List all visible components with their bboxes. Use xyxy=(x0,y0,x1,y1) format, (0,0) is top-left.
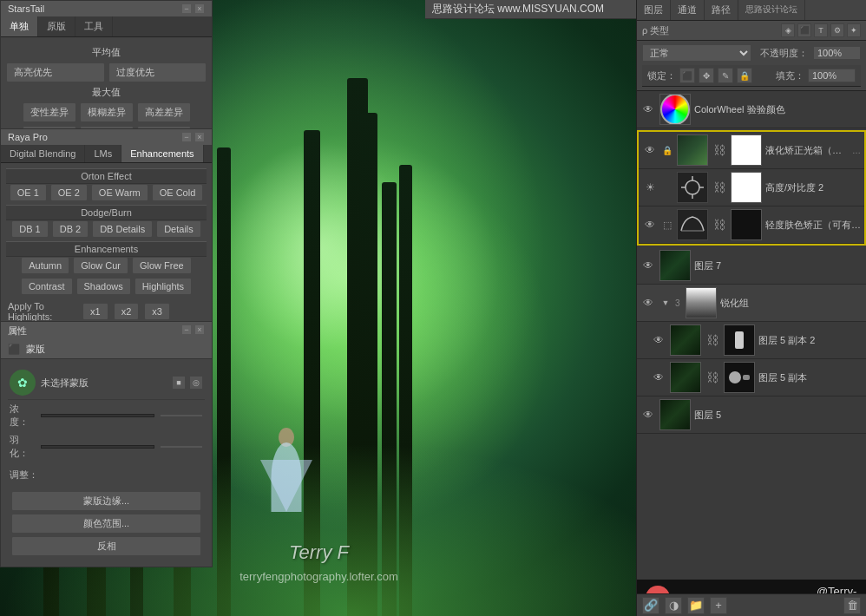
oe2-btn[interactable]: OE 2 xyxy=(50,184,88,201)
rayapro-minimize-btn[interactable]: − xyxy=(181,132,192,142)
tab-channels[interactable]: 通道 xyxy=(671,0,705,20)
oe-cold-btn[interactable]: OE Cold xyxy=(152,184,204,201)
eye-icon-5copy[interactable]: 👁 xyxy=(651,370,666,385)
tab-single[interactable]: 单独 xyxy=(1,16,38,36)
tab-lms[interactable]: LMs xyxy=(85,145,121,162)
filter-btn-3[interactable]: T xyxy=(814,23,828,37)
eye-icon-colorwheel[interactable]: 👁 xyxy=(640,102,656,117)
prop-controls: − × xyxy=(181,324,205,337)
new-layer-btn[interactable]: + xyxy=(710,597,727,614)
filter-btn-4[interactable]: ⚙ xyxy=(830,23,844,37)
max-buttons-row1: 变性差异 模糊差异 高差差异 xyxy=(6,102,207,122)
eye-icon-sharpen[interactable]: 👁 xyxy=(640,295,656,311)
opacity-input[interactable] xyxy=(813,46,861,60)
filter-btn-2[interactable]: ⬛ xyxy=(797,23,811,37)
highlights-btn[interactable]: Highlights xyxy=(134,278,192,295)
gender-diff-btn[interactable]: 变性差异 xyxy=(23,102,76,122)
lock-all-btn[interactable]: 🔒 xyxy=(737,68,752,83)
layer-item-5copy[interactable]: 👁 ⛓ 图层 5 副本 xyxy=(637,359,866,396)
fill-input[interactable] xyxy=(808,69,856,82)
layers-header: 正常 不透明度： 锁定： ⬛ ✥ ✎ 🔒 填充： xyxy=(637,41,866,91)
color-range-btn[interactable]: 颜色范围... xyxy=(11,514,201,534)
tab-design[interactable]: 思路设计论坛 xyxy=(738,0,805,20)
link-btn[interactable]: 🔗 xyxy=(642,597,659,614)
invert-btn[interactable]: 反相 xyxy=(11,536,201,556)
new-group-btn[interactable]: 📁 xyxy=(687,597,705,614)
layer-item-5copy2[interactable]: 👁 ⛓ 图层 5 副本 2 xyxy=(637,322,866,359)
ah-x2-btn[interactable]: x2 xyxy=(114,303,140,320)
blur-diff-btn[interactable]: 模糊差异 xyxy=(80,102,134,122)
lock-icon-liquid: 🔒 xyxy=(661,144,673,156)
layer-item-brightness[interactable]: ☀ ⛓ 高度/对比度 2 xyxy=(639,169,864,206)
blend-mode-select[interactable]: 正常 xyxy=(642,44,751,62)
shadows-btn[interactable]: Shadows xyxy=(76,278,131,295)
tab-digital-blending[interactable]: Digital Blending xyxy=(1,145,85,162)
5copy-thumbnail xyxy=(670,362,701,393)
feather-slider[interactable] xyxy=(41,445,154,449)
tab-layers[interactable]: 图层 xyxy=(637,0,671,20)
eye-icon-5copy2[interactable]: 👁 xyxy=(651,332,666,348)
tab-enhancements[interactable]: Enhancements xyxy=(121,145,203,162)
layers-tabs: 图层 通道 路径 思路设计论坛 xyxy=(637,0,866,21)
dodge-burn-label: Dodge/Burn xyxy=(6,205,207,220)
contrast-btn[interactable]: Contrast xyxy=(21,278,73,295)
oe-warm-btn[interactable]: OE Warm xyxy=(91,184,148,201)
filter-btn-5[interactable]: ✦ xyxy=(847,23,861,37)
density-slider[interactable] xyxy=(41,414,154,417)
minimize-btn[interactable]: − xyxy=(181,3,192,14)
tab-tools[interactable]: 工具 xyxy=(75,16,113,36)
oe1-btn[interactable]: OE 1 xyxy=(10,184,47,201)
layer-item-5[interactable]: 👁 图层 5 xyxy=(637,396,866,434)
eye-icon-skin[interactable]: 👁 xyxy=(642,217,658,233)
layer5-name: 图层 5 xyxy=(694,409,863,422)
chain-icon-liquid: ⛓ xyxy=(712,143,727,157)
layer-item-7[interactable]: 👁 图层 7 xyxy=(637,247,866,285)
autumn-btn[interactable]: Autumn xyxy=(21,257,69,274)
eye-icon-liquid[interactable]: 👁 xyxy=(642,142,658,158)
ah-x3-btn[interactable]: x3 xyxy=(144,303,170,320)
eye-icon-5[interactable]: 👁 xyxy=(640,407,656,423)
prop-icon-2[interactable]: ◎ xyxy=(189,376,203,390)
prop-minimize-btn[interactable]: − xyxy=(181,324,192,335)
glow-free-btn[interactable]: Glow Free xyxy=(132,257,192,274)
mask-edge-btn[interactable]: 蒙版边缘... xyxy=(11,491,201,511)
layer-item-colorwheel[interactable]: 👁 ColorWheel 验验颜色 xyxy=(637,91,866,128)
filter-btn-1[interactable]: ◈ xyxy=(781,23,795,37)
collapse-icon-sharpen[interactable]: ▼ xyxy=(659,297,672,309)
layer-item-skin[interactable]: 👁 ⬚ ⛓ 轻度肤色矫正（可有可无） xyxy=(639,206,864,244)
eye-icon-7[interactable]: 👁 xyxy=(640,258,656,273)
layer-item-liquid[interactable]: 👁 🔒 ⛓ 液化矫正光箱（怎么加强... … xyxy=(639,132,864,169)
chain-icon-5copy: ⛓ xyxy=(705,370,720,384)
lock-paint-btn[interactable]: ✎ xyxy=(718,68,733,83)
details-btn[interactable]: Details xyxy=(156,220,201,238)
db2-btn[interactable]: DB 2 xyxy=(52,220,89,238)
prop-close-btn[interactable]: × xyxy=(194,324,205,335)
delete-btn[interactable]: 🗑 xyxy=(843,597,861,614)
density-value[interactable] xyxy=(160,414,203,417)
layer-item-sharpen-group[interactable]: 👁 ▼ 3 锐化组 xyxy=(637,285,866,322)
overdose-priority-btn[interactable]: 过度优先 xyxy=(108,62,207,82)
properties-titlebar: 属性 − × xyxy=(1,322,212,340)
tab-original[interactable]: 原版 xyxy=(38,16,75,36)
starstail-titlebar: StarsTail − × xyxy=(1,1,212,16)
db1-btn[interactable]: DB 1 xyxy=(11,220,48,238)
glow-cur-btn[interactable]: Glow Cur xyxy=(73,257,128,274)
feather-value[interactable] xyxy=(160,445,203,449)
prop-item-name: 未选择蒙版 xyxy=(41,377,89,390)
db-details-btn[interactable]: DB Details xyxy=(92,220,153,238)
fill-label: 填充： xyxy=(776,69,804,82)
lock-move-btn[interactable]: ✥ xyxy=(699,68,714,83)
prop-icon-1[interactable]: ■ xyxy=(172,376,186,390)
rayapro-close-btn[interactable]: × xyxy=(194,132,205,142)
lock-position-btn[interactable]: ⬛ xyxy=(679,68,695,83)
new-adj-btn[interactable]: ◑ xyxy=(665,597,682,614)
skin-name: 轻度肤色矫正（可有可无） xyxy=(765,219,861,232)
tab-paths[interactable]: 路径 xyxy=(705,0,738,20)
ah-x1-btn[interactable]: x1 xyxy=(82,303,108,320)
high-diff-btn[interactable]: 高差差异 xyxy=(137,102,191,122)
figure-silhouette xyxy=(260,399,312,512)
close-btn[interactable]: × xyxy=(194,3,205,14)
orton-buttons: OE 1 OE 2 OE Warm OE Cold xyxy=(6,184,207,201)
eye-icon-brightness[interactable]: ☀ xyxy=(642,180,658,195)
highlight-priority-btn[interactable]: 高亮优先 xyxy=(6,62,105,82)
